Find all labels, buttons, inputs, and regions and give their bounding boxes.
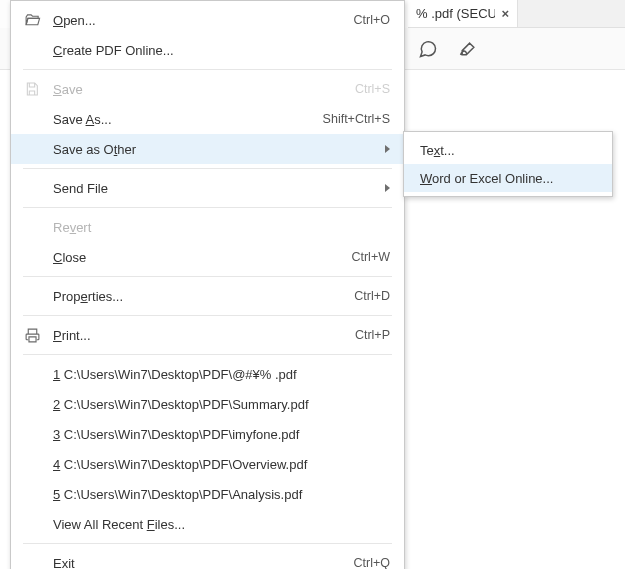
tab-label: % .pdf (SECU... bbox=[416, 6, 495, 21]
menu-recent-file[interactable]: 2 C:\Users\Win7\Desktop\PDF\Summary.pdf bbox=[11, 389, 404, 419]
menu-label: 4 C:\Users\Win7\Desktop\PDF\Overview.pdf bbox=[43, 457, 307, 472]
menu-label: 3 C:\Users\Win7\Desktop\PDF\imyfone.pdf bbox=[43, 427, 299, 442]
menu-label: Text... bbox=[420, 143, 455, 158]
menu-label: Create PDF Online... bbox=[43, 43, 174, 58]
menu-shortcut: Ctrl+P bbox=[355, 328, 390, 342]
menu-create-pdf-online[interactable]: Create PDF Online... bbox=[11, 35, 404, 65]
menu-label: Send File bbox=[43, 181, 108, 196]
menu-shortcut: Ctrl+S bbox=[355, 82, 390, 96]
menu-label: Open... bbox=[43, 13, 96, 28]
menu-label: Close bbox=[43, 250, 86, 265]
chevron-right-icon bbox=[385, 184, 390, 192]
menu-separator bbox=[23, 543, 392, 544]
menu-properties[interactable]: Properties... Ctrl+D bbox=[11, 281, 404, 311]
menu-save: Save Ctrl+S bbox=[11, 74, 404, 104]
folder-open-icon bbox=[21, 12, 43, 29]
menu-separator bbox=[23, 276, 392, 277]
close-icon[interactable]: × bbox=[501, 6, 509, 21]
menu-label: View All Recent Files... bbox=[43, 517, 185, 532]
menu-label: 2 C:\Users\Win7\Desktop\PDF\Summary.pdf bbox=[43, 397, 309, 412]
menu-separator bbox=[23, 207, 392, 208]
menu-label: 1 C:\Users\Win7\Desktop\PDF\@#¥% .pdf bbox=[43, 367, 297, 382]
menu-recent-file[interactable]: 5 C:\Users\Win7\Desktop\PDF\Analysis.pdf bbox=[11, 479, 404, 509]
menu-shortcut: Ctrl+W bbox=[351, 250, 390, 264]
menu-shortcut: Ctrl+O bbox=[354, 13, 390, 27]
print-icon bbox=[21, 327, 43, 344]
sign-icon[interactable] bbox=[454, 35, 482, 63]
menu-view-all-recent[interactable]: View All Recent Files... bbox=[11, 509, 404, 539]
submenu-word-excel-online[interactable]: Word or Excel Online... bbox=[404, 164, 612, 192]
menu-label: Save as Other bbox=[43, 142, 136, 157]
file-menu: Open... Ctrl+O Create PDF Online... Save… bbox=[10, 0, 405, 569]
menu-exit[interactable]: Exit Ctrl+Q bbox=[11, 548, 404, 569]
menu-label: Properties... bbox=[43, 289, 123, 304]
menu-open[interactable]: Open... Ctrl+O bbox=[11, 5, 404, 35]
menu-separator bbox=[23, 69, 392, 70]
menu-shortcut: Shift+Ctrl+S bbox=[323, 112, 390, 126]
menu-print[interactable]: Print... Ctrl+P bbox=[11, 320, 404, 350]
comment-icon[interactable] bbox=[414, 35, 442, 63]
menu-label: Print... bbox=[43, 328, 91, 343]
chevron-right-icon bbox=[385, 145, 390, 153]
save-icon bbox=[21, 81, 43, 97]
menu-label: 5 C:\Users\Win7\Desktop\PDF\Analysis.pdf bbox=[43, 487, 302, 502]
menu-separator bbox=[23, 354, 392, 355]
menu-separator bbox=[23, 315, 392, 316]
menu-shortcut: Ctrl+Q bbox=[354, 556, 390, 569]
menu-label: Exit bbox=[43, 556, 75, 570]
menu-save-as[interactable]: Save As... Shift+Ctrl+S bbox=[11, 104, 404, 134]
menu-close[interactable]: Close Ctrl+W bbox=[11, 242, 404, 272]
menu-send-file[interactable]: Send File bbox=[11, 173, 404, 203]
menu-revert: Revert bbox=[11, 212, 404, 242]
menu-shortcut: Ctrl+D bbox=[354, 289, 390, 303]
menu-label: Word or Excel Online... bbox=[420, 171, 553, 186]
menu-save-as-other[interactable]: Save as Other bbox=[11, 134, 404, 164]
save-as-other-submenu: Text... Word or Excel Online... bbox=[403, 131, 613, 197]
menu-label: Save bbox=[43, 82, 83, 97]
submenu-text[interactable]: Text... bbox=[404, 136, 612, 164]
menu-separator bbox=[23, 168, 392, 169]
menu-label: Revert bbox=[43, 220, 91, 235]
menu-recent-file[interactable]: 3 C:\Users\Win7\Desktop\PDF\imyfone.pdf bbox=[11, 419, 404, 449]
menu-label: Save As... bbox=[43, 112, 112, 127]
menu-recent-file[interactable]: 1 C:\Users\Win7\Desktop\PDF\@#¥% .pdf bbox=[11, 359, 404, 389]
menu-recent-file[interactable]: 4 C:\Users\Win7\Desktop\PDF\Overview.pdf bbox=[11, 449, 404, 479]
document-tab[interactable]: % .pdf (SECU... × bbox=[408, 0, 518, 28]
